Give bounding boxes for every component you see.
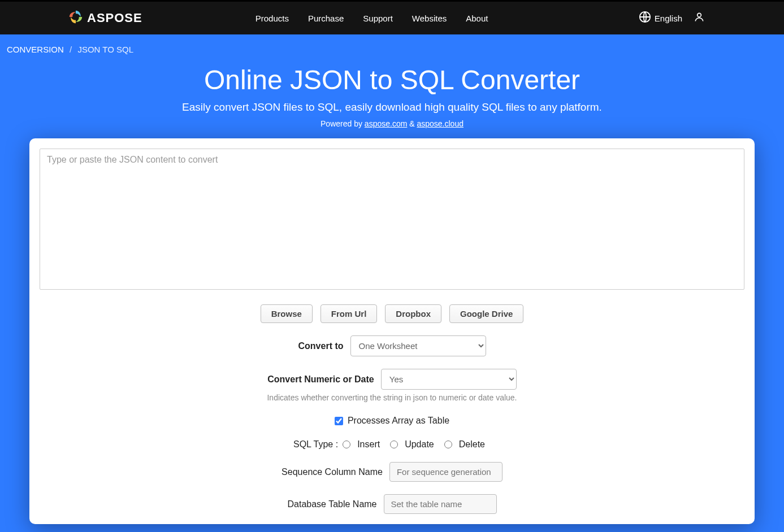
array-table-checkbox[interactable] — [335, 417, 343, 425]
sql-type-delete-label[interactable]: Delete — [459, 439, 485, 450]
breadcrumb: CONVERSION / JSON TO SQL — [0, 34, 784, 61]
header-right: English — [639, 11, 705, 25]
link-aspose-com[interactable]: aspose.com — [365, 119, 407, 128]
convert-to-label: Convert to — [298, 341, 344, 351]
convert-numdate-select[interactable]: Yes — [381, 369, 517, 390]
convert-to-select[interactable]: One Worksheet — [350, 335, 486, 356]
aspose-swirl-icon — [68, 9, 84, 27]
sql-type-update-radio[interactable] — [390, 441, 398, 448]
page-subtitle: Easily convert JSON files to SQL, easily… — [0, 101, 784, 114]
sql-type-row: SQL Type : Insert Update Delete — [40, 439, 744, 450]
convert-to-row: Convert to One Worksheet — [40, 335, 744, 356]
nav-purchase[interactable]: Purchase — [308, 14, 344, 23]
array-table-row: Processes Array as Table — [40, 416, 744, 426]
sql-type-insert-radio[interactable] — [343, 441, 350, 448]
nav-products[interactable]: Products — [255, 14, 289, 23]
brand-logo[interactable]: ASPOSE — [68, 9, 142, 27]
main-nav: Products Purchase Support Websites About — [255, 14, 488, 23]
sql-type-insert-label[interactable]: Insert — [357, 439, 380, 450]
brand-text: ASPOSE — [87, 11, 142, 25]
table-name-input[interactable] — [384, 494, 497, 514]
link-aspose-cloud[interactable]: aspose.cloud — [417, 119, 464, 128]
nav-support[interactable]: Support — [363, 14, 393, 23]
table-name-row: Database Table Name — [40, 494, 744, 514]
globe-icon — [639, 11, 651, 25]
sql-type-update-label[interactable]: Update — [405, 439, 434, 450]
convert-numdate-hint: Indicates whether converting the string … — [40, 393, 744, 402]
converter-card: Browse From Url Dropbox Google Drive Con… — [29, 138, 755, 524]
nav-about[interactable]: About — [466, 14, 488, 23]
breadcrumb-root[interactable]: CONVERSION — [7, 45, 64, 54]
google-drive-button[interactable]: Google Drive — [449, 304, 523, 323]
powered-amp: & — [409, 119, 417, 128]
breadcrumb-separator: / — [70, 45, 72, 54]
json-input[interactable] — [40, 149, 744, 290]
powered-prefix: Powered by — [320, 119, 365, 128]
dropbox-button[interactable]: Dropbox — [385, 304, 441, 323]
from-url-button[interactable]: From Url — [320, 304, 378, 323]
svg-point-1 — [698, 13, 701, 17]
language-label: English — [655, 14, 682, 23]
sql-type-delete-radio[interactable] — [444, 441, 452, 448]
array-table-label[interactable]: Processes Array as Table — [348, 416, 449, 426]
powered-by: Powered by aspose.com & aspose.cloud — [0, 119, 784, 128]
sequence-row: Sequence Column Name — [40, 462, 744, 482]
browse-button[interactable]: Browse — [261, 304, 313, 323]
table-name-label: Database Table Name — [287, 499, 376, 509]
breadcrumb-current: JSON TO SQL — [77, 45, 133, 54]
source-buttons-row: Browse From Url Dropbox Google Drive — [40, 304, 744, 323]
sequence-label: Sequence Column Name — [281, 467, 383, 477]
convert-numdate-row: Convert Numeric or Date Yes — [40, 369, 744, 390]
nav-websites[interactable]: Websites — [412, 14, 447, 23]
user-icon[interactable] — [694, 11, 705, 25]
convert-numdate-label: Convert Numeric or Date — [267, 374, 374, 385]
page-title: Online JSON to SQL Converter — [0, 64, 784, 95]
sequence-input[interactable] — [389, 462, 503, 482]
language-selector[interactable]: English — [639, 11, 682, 25]
main-header: ASPOSE Products Purchase Support Website… — [0, 2, 784, 34]
sql-type-label: SQL Type : — [293, 439, 338, 450]
